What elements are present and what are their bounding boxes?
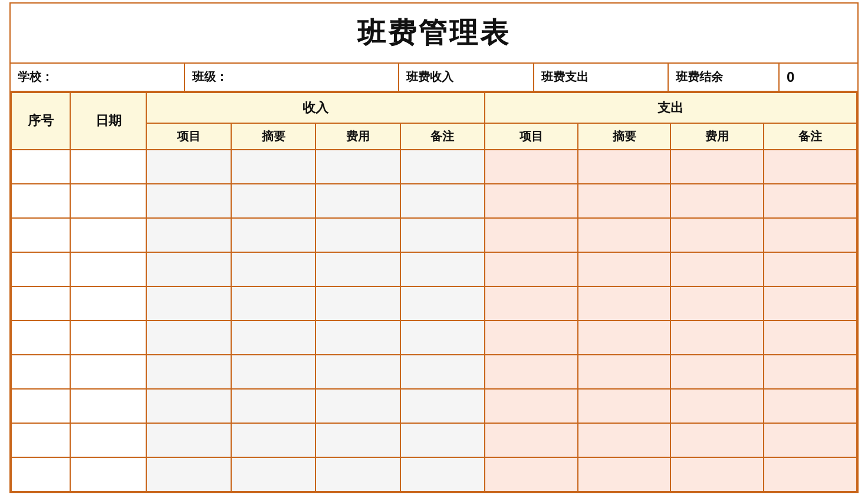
cell-seq[interactable] [11,355,70,389]
cell-e-sum[interactable] [578,423,671,457]
cell-e-sum[interactable] [578,184,671,218]
cell-i-note[interactable] [400,150,485,184]
cell-i-fee[interactable] [315,286,400,321]
cell-i-fee[interactable] [315,457,400,491]
cell-i-proj[interactable] [146,423,231,457]
cell-e-proj[interactable] [485,286,578,321]
cell-e-fee[interactable] [670,457,764,491]
cell-seq[interactable] [11,321,70,355]
cell-i-proj[interactable] [146,355,231,389]
cell-e-note[interactable] [764,218,857,252]
cell-i-sum[interactable] [231,150,315,184]
cell-e-fee[interactable] [670,286,764,321]
cell-i-fee[interactable] [315,321,400,355]
cell-i-note[interactable] [400,355,485,389]
cell-i-fee[interactable] [315,184,400,218]
cell-i-proj[interactable] [146,286,231,321]
cell-i-sum[interactable] [231,218,315,252]
cell-e-proj[interactable] [485,218,578,252]
cell-i-proj[interactable] [146,389,231,423]
cell-i-proj[interactable] [146,457,231,491]
cell-e-proj[interactable] [485,423,578,457]
cell-e-note[interactable] [764,150,857,184]
cell-e-proj[interactable] [485,184,578,218]
cell-i-note[interactable] [400,389,485,423]
cell-e-sum[interactable] [578,150,671,184]
cell-i-proj[interactable] [146,321,231,355]
cell-e-sum[interactable] [578,457,671,491]
cell-e-proj[interactable] [485,150,578,184]
cell-i-fee[interactable] [315,389,400,423]
cell-i-sum[interactable] [231,184,315,218]
cell-i-fee[interactable] [315,355,400,389]
cell-i-sum[interactable] [231,423,315,457]
cell-i-sum[interactable] [231,355,315,389]
cell-i-fee[interactable] [315,218,400,252]
cell-e-sum[interactable] [578,252,671,286]
cell-seq[interactable] [11,252,70,286]
cell-i-fee[interactable] [315,423,400,457]
cell-i-note[interactable] [400,252,485,286]
cell-e-fee[interactable] [670,423,764,457]
cell-e-fee[interactable] [670,252,764,286]
cell-date[interactable] [70,218,146,252]
cell-e-fee[interactable] [670,218,764,252]
cell-e-sum[interactable] [578,389,671,423]
cell-e-proj[interactable] [485,355,578,389]
cell-i-sum[interactable] [231,321,315,355]
cell-i-sum[interactable] [231,252,315,286]
cell-e-note[interactable] [764,184,857,218]
cell-i-proj[interactable] [146,184,231,218]
cell-seq[interactable] [11,389,70,423]
cell-date[interactable] [70,321,146,355]
cell-date[interactable] [70,355,146,389]
cell-e-proj[interactable] [485,252,578,286]
cell-e-proj[interactable] [485,457,578,491]
cell-i-fee[interactable] [315,150,400,184]
cell-i-sum[interactable] [231,389,315,423]
cell-e-sum[interactable] [578,286,671,321]
cell-i-note[interactable] [400,184,485,218]
cell-i-note[interactable] [400,286,485,321]
cell-i-note[interactable] [400,321,485,355]
cell-e-note[interactable] [764,457,857,491]
cell-e-note[interactable] [764,355,857,389]
cell-i-note[interactable] [400,423,485,457]
cell-i-proj[interactable] [146,218,231,252]
cell-e-proj[interactable] [485,321,578,355]
cell-date[interactable] [70,457,146,491]
cell-e-proj[interactable] [485,389,578,423]
cell-seq[interactable] [11,150,70,184]
cell-date[interactable] [70,150,146,184]
cell-date[interactable] [70,252,146,286]
cell-date[interactable] [70,286,146,321]
cell-e-note[interactable] [764,321,857,355]
cell-e-sum[interactable] [578,355,671,389]
cell-i-sum[interactable] [231,286,315,321]
cell-e-note[interactable] [764,286,857,321]
cell-e-fee[interactable] [670,184,764,218]
cell-date[interactable] [70,184,146,218]
cell-i-note[interactable] [400,218,485,252]
cell-seq[interactable] [11,184,70,218]
cell-e-note[interactable] [764,252,857,286]
cell-e-note[interactable] [764,423,857,457]
cell-i-proj[interactable] [146,252,231,286]
cell-i-sum[interactable] [231,457,315,491]
cell-e-fee[interactable] [670,150,764,184]
cell-e-sum[interactable] [578,218,671,252]
cell-e-fee[interactable] [670,321,764,355]
cell-e-fee[interactable] [670,389,764,423]
cell-i-fee[interactable] [315,252,400,286]
cell-i-proj[interactable] [146,150,231,184]
cell-e-fee[interactable] [670,355,764,389]
cell-seq[interactable] [11,286,70,321]
cell-e-note[interactable] [764,389,857,423]
cell-seq[interactable] [11,457,70,491]
cell-e-sum[interactable] [578,321,671,355]
cell-date[interactable] [70,389,146,423]
cell-seq[interactable] [11,218,70,252]
cell-i-note[interactable] [400,457,485,491]
cell-seq[interactable] [11,423,70,457]
cell-date[interactable] [70,423,146,457]
